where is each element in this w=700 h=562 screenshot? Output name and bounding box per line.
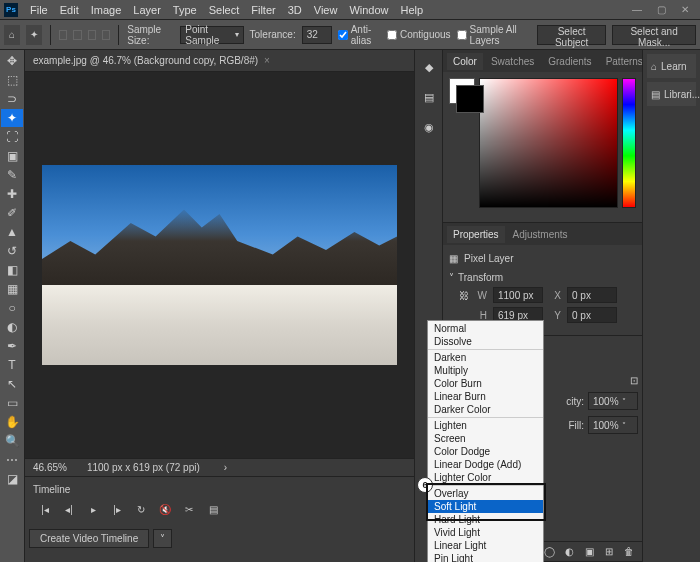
- blend-normal[interactable]: Normal: [428, 322, 543, 335]
- history-brush-tool[interactable]: ↺: [1, 242, 23, 260]
- tab-properties[interactable]: Properties: [447, 226, 505, 243]
- menu-filter[interactable]: Filter: [245, 4, 281, 16]
- menu-3d[interactable]: 3D: [282, 4, 308, 16]
- blend-vivid-light[interactable]: Vivid Light: [428, 526, 543, 539]
- blend-linear-dodge-add-[interactable]: Linear Dodge (Add): [428, 458, 543, 471]
- x-input[interactable]: [567, 287, 617, 303]
- blend-linear-burn[interactable]: Linear Burn: [428, 390, 543, 403]
- play-icon[interactable]: ▸: [85, 501, 101, 517]
- opacity-select[interactable]: 100%˅: [588, 392, 638, 410]
- strip-icon-2[interactable]: ▤: [420, 88, 438, 106]
- type-tool[interactable]: T: [1, 356, 23, 374]
- menu-help[interactable]: Help: [395, 4, 430, 16]
- stamp-tool[interactable]: ▲: [1, 223, 23, 241]
- edit-toolbar[interactable]: ⋯: [1, 451, 23, 469]
- timeline-tab[interactable]: Timeline: [33, 484, 70, 495]
- strip-icon-3[interactable]: ◉: [420, 118, 438, 136]
- canvas-viewport[interactable]: [25, 72, 414, 458]
- menu-window[interactable]: Window: [343, 4, 394, 16]
- healing-tool[interactable]: ✚: [1, 185, 23, 203]
- zoom-tool[interactable]: 🔍: [1, 432, 23, 450]
- select-mask-button[interactable]: Select and Mask...: [612, 25, 696, 45]
- menu-view[interactable]: View: [308, 4, 344, 16]
- prev-frame-icon[interactable]: ◂|: [61, 501, 77, 517]
- blend-lighten[interactable]: Lighten: [428, 419, 543, 432]
- selection-new-icon[interactable]: [59, 30, 67, 40]
- tool-preset-icon[interactable]: ✦: [26, 25, 42, 45]
- status-menu-icon[interactable]: ›: [224, 462, 227, 473]
- selection-add-icon[interactable]: [73, 30, 81, 40]
- blend-dissolve[interactable]: Dissolve: [428, 335, 543, 348]
- strip-icon-1[interactable]: ◆: [420, 58, 438, 76]
- transition-icon[interactable]: ▤: [205, 501, 221, 517]
- brush-tool[interactable]: ✐: [1, 204, 23, 222]
- eraser-tool[interactable]: ◧: [1, 261, 23, 279]
- shape-tool[interactable]: ▭: [1, 394, 23, 412]
- menu-file[interactable]: File: [24, 4, 54, 16]
- new-layer-icon[interactable]: ⊞: [602, 545, 616, 559]
- blend-color-dodge[interactable]: Color Dodge: [428, 445, 543, 458]
- blur-tool[interactable]: ○: [1, 299, 23, 317]
- link-wh-icon[interactable]: ⛓: [459, 290, 469, 301]
- fill-select[interactable]: 100%˅: [588, 416, 638, 434]
- menu-image[interactable]: Image: [85, 4, 128, 16]
- menu-type[interactable]: Type: [167, 4, 203, 16]
- first-frame-icon[interactable]: |◂: [37, 501, 53, 517]
- antialias-checkbox[interactable]: Anti-alias: [338, 24, 381, 46]
- blend-multiply[interactable]: Multiply: [428, 364, 543, 377]
- blend-overlay[interactable]: Overlay: [428, 487, 543, 500]
- blend-color-burn[interactable]: Color Burn: [428, 377, 543, 390]
- path-tool[interactable]: ↖: [1, 375, 23, 393]
- eyedropper-tool[interactable]: ✎: [1, 166, 23, 184]
- blend-pin-light[interactable]: Pin Light: [428, 552, 543, 562]
- close-button[interactable]: ✕: [674, 3, 696, 17]
- color-field[interactable]: [479, 78, 618, 208]
- lasso-tool[interactable]: ⊃: [1, 90, 23, 108]
- contiguous-checkbox[interactable]: Contiguous: [387, 29, 451, 40]
- next-frame-icon[interactable]: |▸: [109, 501, 125, 517]
- blend-hard-light[interactable]: Hard Light: [428, 513, 543, 526]
- y-input[interactable]: [567, 307, 617, 323]
- width-input[interactable]: [493, 287, 543, 303]
- tab-adjustments[interactable]: Adjustments: [507, 226, 574, 243]
- blend-darker-color[interactable]: Darker Color: [428, 403, 543, 416]
- tab-color[interactable]: Color: [447, 53, 483, 70]
- minimize-button[interactable]: —: [626, 3, 648, 17]
- document-tab[interactable]: example.jpg @ 46.7% (Background copy, RG…: [33, 55, 258, 66]
- close-tab-icon[interactable]: ×: [264, 55, 270, 66]
- layer-mask-icon[interactable]: ◯: [542, 545, 556, 559]
- create-video-timeline-button[interactable]: Create Video Timeline: [29, 529, 149, 548]
- zoom-level[interactable]: 46.65%: [33, 462, 67, 473]
- tab-swatches[interactable]: Swatches: [485, 53, 540, 70]
- mute-icon[interactable]: 🔇: [157, 501, 173, 517]
- timeline-type-dropdown[interactable]: ˅: [153, 529, 172, 548]
- filter-toggle[interactable]: ⊡: [630, 375, 638, 386]
- adjustment-layer-icon[interactable]: ◐: [562, 545, 576, 559]
- crop-tool[interactable]: ⛶: [1, 128, 23, 146]
- libraries-button[interactable]: ▤Librari...: [647, 82, 696, 106]
- gradient-tool[interactable]: ▦: [1, 280, 23, 298]
- group-icon[interactable]: ▣: [582, 545, 596, 559]
- sample-all-checkbox[interactable]: Sample All Layers: [457, 24, 531, 46]
- menu-edit[interactable]: Edit: [54, 4, 85, 16]
- blend-linear-light[interactable]: Linear Light: [428, 539, 543, 552]
- magic-wand-tool[interactable]: ✦: [1, 109, 23, 127]
- split-icon[interactable]: ✂: [181, 501, 197, 517]
- menu-select[interactable]: Select: [203, 4, 246, 16]
- selection-subtract-icon[interactable]: [88, 30, 96, 40]
- delete-layer-icon[interactable]: 🗑: [622, 545, 636, 559]
- loop-icon[interactable]: ↻: [133, 501, 149, 517]
- home-icon[interactable]: ⌂: [4, 25, 20, 45]
- hand-tool[interactable]: ✋: [1, 413, 23, 431]
- foreground-background[interactable]: ◪: [1, 470, 23, 488]
- tolerance-input[interactable]: [302, 26, 332, 44]
- blend-darken[interactable]: Darken: [428, 351, 543, 364]
- dodge-tool[interactable]: ◐: [1, 318, 23, 336]
- transform-header[interactable]: ˅Transform: [449, 270, 636, 285]
- learn-button[interactable]: ⌂Learn: [647, 54, 696, 78]
- foreground-swatch[interactable]: [449, 78, 475, 104]
- sample-size-select[interactable]: Point Sample▾: [180, 26, 243, 44]
- select-subject-button[interactable]: Select Subject: [537, 25, 606, 45]
- tab-gradients[interactable]: Gradients: [542, 53, 597, 70]
- marquee-tool[interactable]: ⬚: [1, 71, 23, 89]
